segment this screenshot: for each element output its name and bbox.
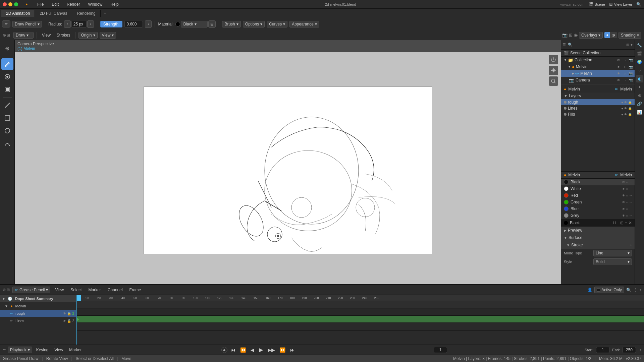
playback-icon[interactable]: ✏	[3, 348, 6, 352]
gizmo-pan[interactable]	[549, 66, 558, 75]
line-tool-btn[interactable]	[1, 99, 13, 111]
layer-rough-lock[interactable]: 🔒	[628, 101, 632, 104]
curves-dropdown[interactable]: Curves ▾	[267, 21, 287, 27]
grid-icon[interactable]: ⊞	[569, 33, 573, 38]
layer-rough-dot-act[interactable]: ●	[621, 101, 623, 104]
rp-icon-outliner[interactable]: ☰	[562, 43, 566, 47]
viewport[interactable]: Camera Perspective (1) Melvin	[15, 40, 561, 284]
dope-frame[interactable]: Frame	[127, 287, 143, 293]
mat-grey-eye[interactable]: 👁	[622, 214, 625, 218]
close-button[interactable]	[3, 2, 7, 6]
layer-fills-lock[interactable]: 🔒	[628, 113, 632, 116]
strength-increase[interactable]: ›	[145, 20, 152, 28]
layer-rough[interactable]: rough ● 👁 🔒	[561, 99, 635, 105]
mat-white[interactable]: White 👁 ○ ⋯	[561, 185, 635, 192]
menu-blender[interactable]: 🔸	[22, 1, 31, 7]
dope-mode-dropdown[interactable]: ✏ Grease Pencil ▾	[12, 287, 50, 293]
dope-sync-icon[interactable]: ↕	[639, 288, 641, 292]
circle-tool-btn[interactable]	[1, 125, 13, 137]
camera-sel[interactable]: ○	[622, 77, 627, 83]
layer-lines-dot-act[interactable]: ●	[621, 107, 623, 110]
layer-rough-eye[interactable]: 👁	[624, 101, 627, 104]
layer-fills-eye[interactable]: 👁	[624, 113, 627, 116]
mode-icon[interactable]: ✏	[2, 20, 10, 27]
mat-grey-more[interactable]: ⋯	[629, 214, 632, 218]
mode-type-dropdown[interactable]: Line ▾	[593, 250, 632, 256]
minimize-button[interactable]	[8, 2, 12, 6]
tree-melvin-data[interactable]: ▶ ✏ Melvin 👁 ○ 📷	[561, 70, 635, 77]
mat-add-btn[interactable]: +	[625, 221, 627, 225]
mat-white-hide[interactable]: ○	[626, 187, 628, 191]
pb-prev-key[interactable]: ⏪	[239, 347, 247, 353]
dope-channel[interactable]: Channel	[106, 287, 125, 293]
mat-green[interactable]: Green 👁 ○ ⋯	[561, 199, 635, 205]
ri-physics[interactable]: ⊕	[636, 92, 643, 99]
playback-mode-dropdown[interactable]: Playback ▾	[8, 347, 32, 353]
draw-tool-btn[interactable]	[1, 58, 13, 70]
keys-area[interactable]	[76, 301, 644, 345]
ri-tools[interactable]: 🔧	[636, 42, 643, 49]
mat-blue-hide[interactable]: ○	[626, 207, 628, 211]
end-frame-input[interactable]	[623, 347, 636, 353]
arc-tool-btn[interactable]	[1, 137, 13, 149]
tab-rendering[interactable]: Rendering	[72, 10, 100, 17]
dope-rough-channel[interactable]: ✏ rough 👁 🔒 2	[0, 310, 76, 317]
melvin-data-rnd[interactable]: 📷	[628, 71, 633, 76]
mat-red-hide[interactable]: ○	[626, 194, 628, 197]
mat-grey[interactable]: Grey 👁 ○ ⋯	[561, 212, 635, 219]
mat-remove-btn[interactable]: ✕	[629, 221, 632, 225]
menu-file[interactable]: File	[35, 1, 46, 7]
current-frame-input[interactable]	[434, 347, 447, 353]
tree-collection[interactable]: ▼ 📁 Collection 👁 ○ 📷	[561, 57, 635, 63]
melvin-eye[interactable]: 👁	[616, 64, 621, 69]
dope-filter-icon[interactable]: 🔍	[626, 288, 631, 292]
ri-constraints[interactable]: 🔗	[636, 100, 643, 108]
appearance-dropdown[interactable]: Appearance ▾	[289, 21, 319, 27]
ri-world[interactable]: 🌍	[636, 58, 643, 66]
tree-melvin-obj[interactable]: ▼ ● Melvin 👁 ○ 📷	[561, 63, 635, 70]
radius-decrease[interactable]: ‹	[64, 20, 71, 28]
rp-icon-filter[interactable]: 🔍	[568, 43, 573, 47]
pb-view[interactable]: View	[52, 347, 65, 353]
tab-2d-animation[interactable]: 2D Animation	[1, 10, 35, 17]
gizmo-rotate[interactable]	[549, 55, 558, 64]
mat-browse-btn[interactable]: ⊞	[620, 221, 624, 225]
mat-red-more[interactable]: ⋯	[629, 194, 632, 197]
mat-black[interactable]: Black 👁 ○ ⋯	[561, 179, 635, 185]
mat-grey-hide[interactable]: ○	[626, 214, 628, 218]
dope-marker[interactable]: Marker	[87, 287, 103, 293]
dope-melvin-channel[interactable]: ▼ ● Melvin	[0, 302, 76, 310]
strength-label[interactable]: Strength:	[100, 21, 123, 27]
mat-red[interactable]: Red 👁 ○ ⋯	[561, 192, 635, 199]
radius-increase[interactable]: ›	[87, 20, 94, 28]
start-frame-input[interactable]	[596, 347, 609, 353]
add-tab-button[interactable]: +	[101, 10, 110, 17]
mode-dropdown[interactable]: Draw ▾	[13, 32, 34, 39]
layer-fills-dot-act[interactable]: ●	[621, 113, 623, 116]
menu-edit[interactable]: Edit	[50, 1, 61, 7]
maximize-button[interactable]	[14, 2, 18, 6]
menu-render[interactable]: Render	[65, 1, 82, 7]
mat-black-more[interactable]: ⋯	[629, 180, 632, 184]
ri-particles[interactable]: ✦	[636, 83, 643, 91]
rough-lock-icon[interactable]: 🔒	[67, 312, 71, 315]
lines-lock-icon[interactable]: 🔒	[67, 319, 71, 323]
ri-material[interactable]: ◐	[636, 75, 643, 82]
pb-keying[interactable]: Keying	[34, 347, 51, 353]
stroke-section-header[interactable]: ▼ Stroke +	[561, 241, 635, 249]
rp-options[interactable]: ▼	[630, 43, 633, 47]
mat-blue-more[interactable]: ⋯	[629, 207, 632, 211]
mat-green-eye[interactable]: 👁	[622, 200, 625, 204]
dope-summary-channel[interactable]: ▼ 🕒 Dope Sheet Summary	[0, 295, 76, 302]
layer-lines-eye[interactable]: 👁	[624, 107, 627, 110]
dope-view[interactable]: View	[53, 287, 66, 293]
ri-object[interactable]: ○	[636, 67, 643, 74]
view2-dropdown[interactable]: View ▾	[100, 32, 116, 39]
erase-tool-btn[interactable]	[1, 71, 13, 83]
rough-eye-icon[interactable]: 👁	[63, 312, 66, 315]
menu-window[interactable]: Window	[86, 1, 104, 7]
pb-sync-icon[interactable]: ↕	[639, 348, 641, 352]
secondary-strokes[interactable]: Strokes	[55, 32, 72, 38]
melvin-data-sel[interactable]: ○	[622, 71, 627, 76]
material-dropdown[interactable]: Black ▾	[181, 21, 208, 27]
